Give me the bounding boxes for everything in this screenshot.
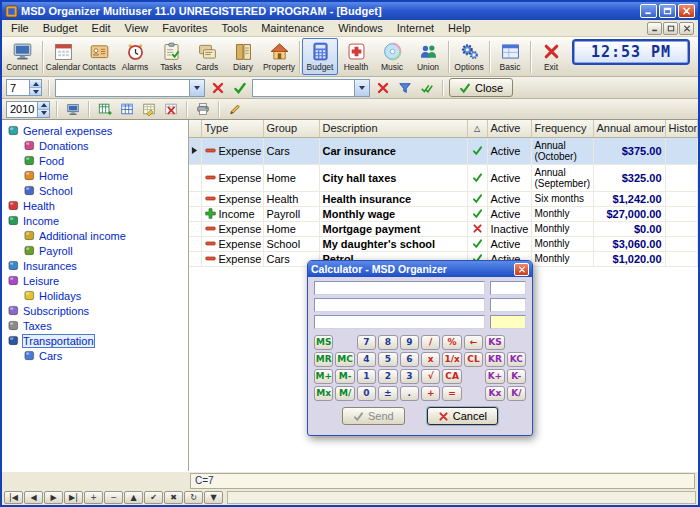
tree-item-transportation[interactable]: Transportation — [2, 333, 188, 348]
toolbar-diary[interactable]: Diary — [225, 38, 261, 75]
mdi-restore-icon[interactable] — [663, 22, 678, 35]
combo-arrow-icon[interactable] — [189, 80, 204, 96]
menu-help[interactable]: Help — [441, 21, 478, 35]
tree-item-subscriptions[interactable]: Subscriptions — [2, 303, 188, 318]
columns-table-icon[interactable] — [117, 100, 136, 119]
tree-item-holidays[interactable]: Holidays — [2, 288, 188, 303]
menu-edit[interactable]: Edit — [85, 21, 118, 35]
calculator-display-2[interactable] — [314, 298, 485, 312]
nav-options-button[interactable]: ▼ — [204, 491, 223, 504]
tree-item-school[interactable]: School — [2, 183, 188, 198]
toolbar-options[interactable]: Options — [451, 38, 487, 75]
calc-key-4[interactable]: 4 — [357, 352, 376, 367]
tree-item-general-expenses[interactable]: General expenses — [2, 123, 188, 138]
column-header-frequency[interactable]: Frequency — [531, 120, 593, 137]
toolbar-basic[interactable]: Basic — [492, 38, 528, 75]
calc-key-cl[interactable]: CL — [464, 352, 483, 367]
calc-key-9[interactable]: 9 — [400, 335, 419, 350]
calc-key-m-multiply[interactable]: Mx — [314, 386, 333, 401]
calc-key-k-plus[interactable]: K+ — [485, 369, 504, 384]
menu-maintenance[interactable]: Maintenance — [254, 21, 331, 35]
column-header-indicator[interactable] — [189, 120, 201, 137]
clear-group-filter-icon[interactable] — [208, 78, 227, 97]
calc-key-kr[interactable]: KR — [485, 352, 504, 367]
calc-key-3[interactable]: 3 — [400, 369, 419, 384]
table-row[interactable]: ExpenseHealthHealth insuranceActiveSix m… — [189, 191, 698, 206]
calc-key-6[interactable]: 6 — [400, 352, 419, 367]
calculator-display-3[interactable] — [314, 315, 485, 329]
table-row[interactable]: ExpenseHomeCity hall taxesActiveAnnual (… — [189, 164, 698, 191]
menu-file[interactable]: File — [4, 21, 36, 35]
menu-favorites[interactable]: Favorites — [155, 21, 214, 35]
tree-item-leisure[interactable]: Leisure — [2, 273, 188, 288]
calc-key-7[interactable]: 7 — [357, 335, 376, 350]
tree-item-additional-income[interactable]: Additional income — [2, 228, 188, 243]
calc-key-ms[interactable]: MS — [314, 335, 333, 350]
close-view-button[interactable]: Close — [449, 78, 513, 97]
tree-item-cars[interactable]: Cars — [2, 348, 188, 363]
calc-key-backspace[interactable]: ← — [464, 335, 483, 350]
nav-post-button[interactable]: ✔ — [144, 491, 163, 504]
calc-key-equals[interactable]: = — [442, 386, 461, 401]
toolbar-budget[interactable]: Budget — [302, 38, 338, 75]
nav-last-button[interactable]: ▶| — [64, 491, 83, 504]
spin-down-icon[interactable] — [38, 109, 49, 117]
nav-cancel-button[interactable]: ✖ — [164, 491, 183, 504]
toolbar-alarms[interactable]: Alarms — [117, 38, 153, 75]
view-monitor-icon[interactable] — [63, 100, 82, 119]
calc-key-percent[interactable]: % — [442, 335, 461, 350]
cancel-button[interactable]: Cancel — [427, 407, 498, 425]
column-header-amount[interactable]: Annual amount — [593, 120, 665, 137]
clear-type-filter-icon[interactable] — [373, 78, 392, 97]
toolbar-connect[interactable]: Connect — [4, 38, 40, 75]
toolbar-cards[interactable]: Cards — [189, 38, 225, 75]
calculator-side-display-3[interactable] — [490, 315, 526, 329]
column-header-description[interactable]: Description — [319, 120, 467, 137]
print-icon[interactable] — [193, 100, 212, 119]
calc-key-sqrt[interactable]: √ — [421, 369, 440, 384]
toolbar-union[interactable]: Union — [410, 38, 446, 75]
mdi-close-icon[interactable] — [679, 22, 694, 35]
toolbar-calendar[interactable]: Calendar — [45, 38, 81, 75]
tree-item-health[interactable]: Health — [2, 198, 188, 213]
export-table-icon[interactable] — [139, 100, 158, 119]
nav-next-button[interactable]: ▶ — [44, 491, 63, 504]
spin-up-icon[interactable] — [38, 102, 49, 109]
menu-view[interactable]: View — [118, 21, 156, 35]
send-button[interactable]: Send — [342, 407, 405, 425]
table-row[interactable]: ExpenseCarsCar insuranceActiveAnnual (Oc… — [189, 137, 698, 164]
nav-first-button[interactable]: |◀ — [4, 491, 23, 504]
nav-refresh-button[interactable]: ↻ — [184, 491, 203, 504]
menu-budget[interactable]: Budget — [36, 21, 85, 35]
toolbar-contacts[interactable]: Contacts — [81, 38, 117, 75]
maximize-icon[interactable] — [659, 4, 676, 18]
tree-item-taxes[interactable]: Taxes — [2, 318, 188, 333]
spin-up-icon[interactable] — [30, 80, 41, 87]
apply-all-filters-icon[interactable] — [417, 78, 436, 97]
calc-key-m-plus[interactable]: M+ — [314, 369, 333, 384]
tree-item-income[interactable]: Income — [2, 213, 188, 228]
record-count-spinner[interactable]: 7 — [6, 79, 42, 96]
tree-item-payroll[interactable]: Payroll — [2, 243, 188, 258]
calc-key-5[interactable]: 5 — [378, 352, 397, 367]
toolbar-music[interactable]: Music — [374, 38, 410, 75]
calc-key-multiply[interactable]: x — [421, 352, 440, 367]
calc-key-m-minus[interactable]: M- — [335, 369, 354, 384]
apply-group-filter-icon[interactable] — [230, 78, 249, 97]
spin-down-icon[interactable] — [30, 87, 41, 95]
nav-edit-button[interactable]: ▲ — [124, 491, 143, 504]
calc-key-m-divide[interactable]: M/ — [335, 386, 354, 401]
edit-record-icon[interactable] — [225, 100, 244, 119]
calculator-side-display-1[interactable] — [490, 281, 526, 295]
calculator-close-icon[interactable] — [514, 263, 529, 276]
calc-key-divide[interactable]: / — [421, 335, 440, 350]
column-header-group[interactable]: Group — [263, 120, 319, 137]
toolbar-tasks[interactable]: Tasks — [153, 38, 189, 75]
minimize-icon[interactable] — [640, 4, 657, 18]
calc-key-k-minus[interactable]: K- — [507, 369, 526, 384]
tree-item-donations[interactable]: Donations — [2, 138, 188, 153]
nav-prior-button[interactable]: ◀ — [24, 491, 43, 504]
delete-table-icon[interactable] — [161, 100, 180, 119]
table-row[interactable]: ExpenseSchoolMy daughter's schoolActiveM… — [189, 236, 698, 251]
nav-delete-button[interactable]: − — [104, 491, 123, 504]
